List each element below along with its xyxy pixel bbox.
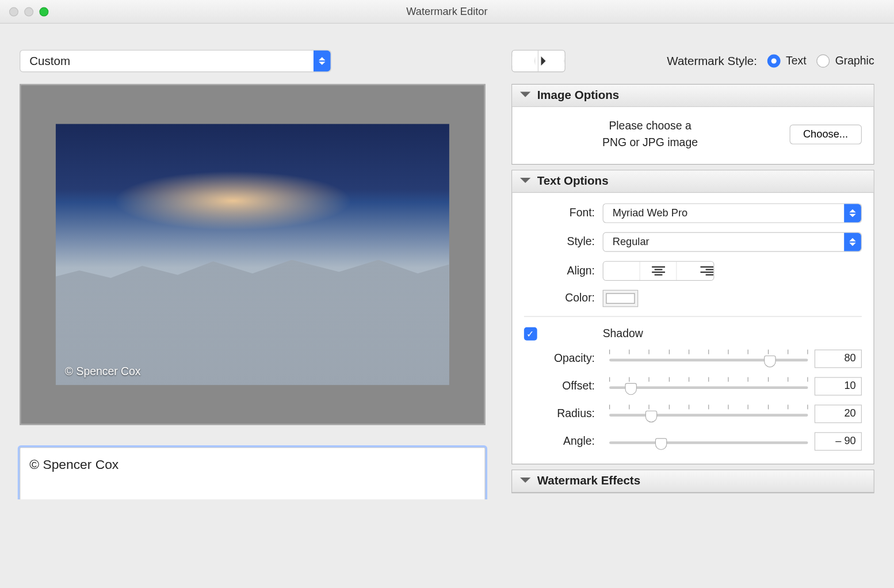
- dropdown-spinner-icon: [314, 51, 331, 71]
- image-options-header[interactable]: Image Options: [512, 85, 873, 107]
- watermark-style-label: Watermark Style:: [667, 54, 757, 68]
- image-options-panel: Image Options Please choose a PNG or JPG…: [511, 84, 874, 165]
- align-left-button[interactable]: [603, 262, 640, 280]
- align-segmented: [603, 261, 715, 281]
- choose-image-button[interactable]: Choose...: [789, 124, 862, 144]
- watermark-effects-panel: Watermark Effects: [511, 469, 874, 493]
- align-center-icon: [640, 262, 677, 280]
- preview-area: © Spencer Cox: [20, 84, 485, 425]
- shadow-label: Shadow: [603, 327, 643, 341]
- disclosure-triangle-icon: [520, 478, 530, 488]
- style-graphic-radio[interactable]: [817, 55, 830, 68]
- titlebar: Watermark Editor: [0, 0, 894, 24]
- dropdown-spinner-icon: [844, 233, 861, 251]
- color-swatch-button[interactable]: [603, 290, 639, 307]
- align-right-icon: [677, 262, 713, 280]
- disclosure-triangle-icon: [520, 178, 530, 188]
- shadow-checkbox[interactable]: ✓: [524, 327, 537, 341]
- radius-input[interactable]: 20: [815, 404, 862, 423]
- preset-value: Custom: [29, 54, 70, 68]
- angle-slider[interactable]: [609, 432, 808, 450]
- style-text-radio[interactable]: [767, 55, 781, 68]
- text-options-panel: Text Options Font: Myriad Web Pro Style:…: [511, 170, 874, 464]
- offset-input[interactable]: 10: [815, 377, 862, 396]
- preset-select[interactable]: Custom: [20, 50, 331, 72]
- color-swatch: [606, 293, 635, 304]
- radius-slider[interactable]: [609, 404, 808, 423]
- offset-slider[interactable]: [609, 377, 808, 396]
- dropdown-spinner-icon: [844, 204, 861, 223]
- opacity-input[interactable]: 80: [815, 350, 862, 368]
- opacity-slider[interactable]: [609, 350, 808, 368]
- watermark-preview-text: © Spencer Cox: [65, 365, 141, 379]
- preview-image: © Spencer Cox: [56, 124, 449, 385]
- image-options-prompt: Please choose a PNG or JPG image: [524, 117, 776, 151]
- prev-image-button[interactable]: [512, 51, 538, 71]
- next-image-button[interactable]: [538, 51, 565, 71]
- font-select[interactable]: Myriad Web Pro: [603, 203, 862, 223]
- watermark-text-input[interactable]: © Spencer Cox: [20, 447, 485, 499]
- watermark-effects-header[interactable]: Watermark Effects: [512, 470, 873, 492]
- align-left-icon: [603, 262, 640, 280]
- font-style-select[interactable]: Regular: [603, 232, 862, 252]
- arrow-right-icon: [541, 56, 565, 66]
- angle-input[interactable]: – 90: [815, 432, 862, 450]
- text-options-header[interactable]: Text Options: [512, 170, 873, 193]
- align-right-button[interactable]: [677, 262, 713, 280]
- watermark-editor-window: Watermark Editor Custom © Spencer Cox © …: [0, 0, 894, 499]
- preview-nav: [511, 50, 565, 72]
- arrow-left-icon: [512, 56, 535, 66]
- disclosure-triangle-icon: [520, 92, 530, 102]
- window-title: Watermark Editor: [0, 6, 894, 18]
- align-center-button[interactable]: [640, 262, 677, 280]
